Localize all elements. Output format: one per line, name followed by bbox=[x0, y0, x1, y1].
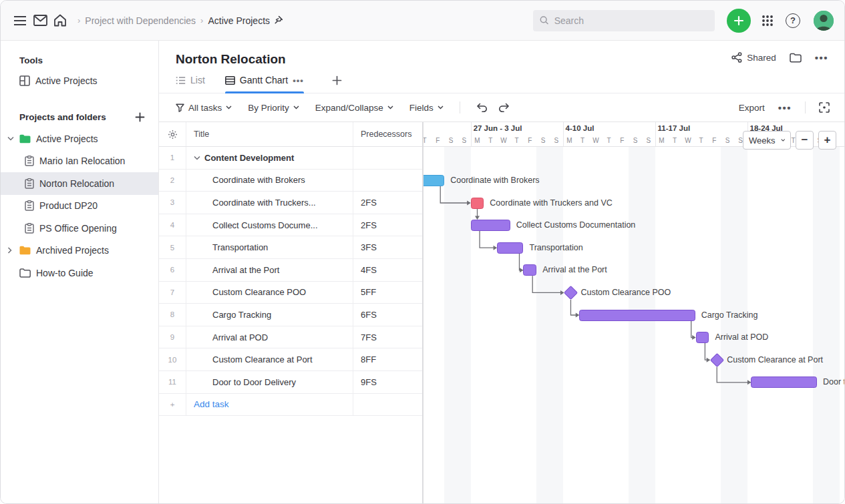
gantt-bar-coordinate-with-brokers[interactable] bbox=[424, 175, 444, 186]
tab-more-icon[interactable]: ••• bbox=[293, 75, 304, 85]
export-button[interactable]: Export bbox=[739, 103, 765, 113]
gantt-bar-arrival-at-the-port[interactable] bbox=[523, 264, 536, 276]
predecessors-cell[interactable]: 2FS bbox=[353, 192, 422, 214]
predecessors-cell[interactable]: 7FS bbox=[353, 326, 422, 348]
table-settings-button[interactable] bbox=[159, 122, 186, 146]
by-priority-dropdown[interactable]: By Priority bbox=[248, 103, 299, 113]
gantt-bar-cargo-tracking[interactable] bbox=[579, 310, 695, 321]
gantt-bar-arrival-at-pod[interactable] bbox=[696, 332, 709, 343]
fullscreen-button[interactable] bbox=[819, 102, 830, 113]
sidebar-item-norton-relocation[interactable]: Norton Relocation bbox=[1, 172, 158, 195]
expand-collapse-dropdown[interactable]: Expand/Collapse bbox=[315, 103, 393, 113]
table-row-coordinate-with-truckers: 3Coordinate with Truckers...2FS bbox=[159, 192, 422, 214]
add-view-button[interactable] bbox=[332, 75, 342, 93]
predecessors-cell bbox=[353, 394, 422, 416]
add-project-button[interactable] bbox=[135, 112, 145, 122]
predecessors-cell[interactable]: 2FS bbox=[353, 214, 422, 236]
gantt-bar-collect-customs-documentation[interactable] bbox=[471, 220, 510, 231]
task-title-cell[interactable]: Custom Clearance POO bbox=[186, 282, 353, 304]
day-letter: M bbox=[655, 135, 669, 146]
filter-all-tasks-dropdown[interactable]: All tasks bbox=[176, 103, 232, 113]
sidebar-item-mario-ian-relocation[interactable]: Mario Ian Relocation bbox=[1, 150, 158, 173]
fields-dropdown[interactable]: Fields bbox=[409, 103, 444, 113]
task-title-cell[interactable]: Custom Clearance at Port bbox=[186, 348, 353, 370]
predecessors-cell[interactable]: 8FF bbox=[353, 348, 422, 370]
more-options-button[interactable]: ••• bbox=[815, 53, 828, 63]
predecessors-cell[interactable] bbox=[353, 170, 422, 192]
day-letter: T bbox=[576, 135, 589, 146]
undo-button[interactable] bbox=[476, 103, 488, 112]
sidebar-item-ps-office-opening[interactable]: PS Office Opening bbox=[1, 217, 158, 240]
gantt-bar-label: Door to Door Delivery bbox=[823, 376, 844, 388]
topbar: › Project with Dependencies › Active Pro… bbox=[1, 1, 844, 41]
task-title-cell[interactable]: Collect Customs Docume... bbox=[186, 214, 353, 236]
chevron-down-icon bbox=[438, 105, 444, 109]
help-button[interactable]: ? bbox=[783, 11, 803, 31]
task-title-cell[interactable]: Arrival at the Port bbox=[186, 259, 353, 281]
gantt-milestone-custom-clearance-poo[interactable] bbox=[564, 286, 578, 300]
column-header-predecessors[interactable]: Predecessors bbox=[353, 122, 422, 146]
task-title-cell[interactable]: Arrival at POD bbox=[186, 326, 353, 348]
tab-gantt-chart[interactable]: Gantt Chart ••• bbox=[225, 75, 304, 93]
chevron-down-icon[interactable] bbox=[194, 156, 200, 160]
sidebar-item-archived-projects[interactable]: Archived Projects bbox=[1, 240, 158, 262]
gantt-zoom-controls: Weeks − + bbox=[743, 131, 836, 150]
toolbar-more-button[interactable]: ••• bbox=[778, 103, 792, 113]
task-title: Content Development bbox=[204, 153, 294, 163]
predecessors-cell[interactable]: 5FF bbox=[353, 282, 422, 304]
chevron-down-icon[interactable] bbox=[7, 136, 14, 141]
breadcrumb-item-active-projects[interactable]: Active Projects bbox=[208, 15, 270, 26]
gantt-bar-coordinate-with-truckers-and-vc[interactable] bbox=[471, 198, 484, 209]
zoom-out-button[interactable]: − bbox=[796, 131, 814, 150]
table-row-transportation: 5Transportation3FS bbox=[159, 236, 422, 259]
task-title-cell[interactable]: Content Development bbox=[186, 147, 353, 169]
task-title-cell[interactable]: Transportation bbox=[186, 236, 353, 258]
view-tabs: List Gantt Chart ••• bbox=[159, 75, 844, 93]
tab-list[interactable]: List bbox=[176, 75, 205, 93]
column-header-title[interactable]: Title bbox=[186, 122, 353, 146]
shared-button[interactable]: Shared bbox=[731, 52, 776, 63]
task-title-cell[interactable]: Door to Door Delivery bbox=[186, 371, 353, 393]
predecessors-cell[interactable] bbox=[353, 147, 422, 169]
predecessors-cell[interactable]: 3FS bbox=[353, 236, 422, 258]
add-task-button[interactable]: Add task bbox=[186, 394, 353, 416]
predecessors-cell[interactable]: 4FS bbox=[353, 259, 422, 281]
task-title-cell[interactable]: Coordinate with Brokers bbox=[186, 170, 353, 192]
sidebar-item-how-to-guide[interactable]: How-to Guide bbox=[1, 262, 158, 284]
sidebar-item-active-projects[interactable]: Active Projects bbox=[1, 128, 158, 150]
pin-icon[interactable] bbox=[270, 11, 286, 31]
create-new-button[interactable] bbox=[727, 9, 751, 33]
timescale-dropdown[interactable]: Weeks bbox=[743, 131, 791, 150]
breadcrumb-item-project-with-dependencies[interactable]: Project with Dependencies bbox=[85, 15, 196, 26]
hamburger-menu-icon[interactable] bbox=[10, 11, 30, 31]
projects-heading: Projects and folders bbox=[1, 112, 158, 122]
redo-button[interactable] bbox=[498, 103, 510, 112]
task-title-cell[interactable]: Coordinate with Truckers... bbox=[186, 192, 353, 214]
page-title: Norton Relocation bbox=[176, 52, 286, 67]
search-input[interactable] bbox=[554, 15, 708, 26]
day-letter: W bbox=[681, 135, 695, 146]
zoom-in-button[interactable]: + bbox=[818, 131, 836, 150]
toolbar-divider bbox=[460, 101, 460, 113]
gantt-bar-door-to-door-delivery[interactable] bbox=[751, 376, 817, 388]
sidebar-item-product-dp20[interactable]: Product DP20 bbox=[1, 195, 158, 218]
sidebar-item-active-projects-tool[interactable]: Active Projects bbox=[1, 69, 158, 92]
predecessors-cell[interactable]: 6FS bbox=[353, 304, 422, 326]
gantt-bar-transportation[interactable] bbox=[497, 242, 523, 254]
predecessors-cell[interactable]: 9FS bbox=[353, 371, 422, 393]
avatar[interactable] bbox=[814, 11, 834, 31]
search-box[interactable] bbox=[533, 10, 715, 31]
folder-button[interactable] bbox=[790, 53, 802, 63]
week-label: 27 Jun - 3 Jul bbox=[474, 124, 522, 132]
sidebar-item-label: PS Office Opening bbox=[39, 223, 117, 234]
day-letter: T bbox=[510, 135, 524, 146]
apps-grid-icon[interactable] bbox=[757, 11, 778, 31]
mail-icon[interactable] bbox=[30, 11, 50, 31]
add-task-plus-icon[interactable]: + bbox=[159, 394, 186, 416]
plus-icon bbox=[733, 15, 744, 26]
task-title-cell[interactable]: Cargo Tracking bbox=[186, 304, 353, 326]
home-icon[interactable] bbox=[50, 11, 70, 31]
breadcrumb-separator: › bbox=[200, 15, 203, 25]
chevron-right-icon[interactable] bbox=[7, 247, 12, 254]
task-title: Coordinate with Brokers bbox=[212, 175, 305, 185]
